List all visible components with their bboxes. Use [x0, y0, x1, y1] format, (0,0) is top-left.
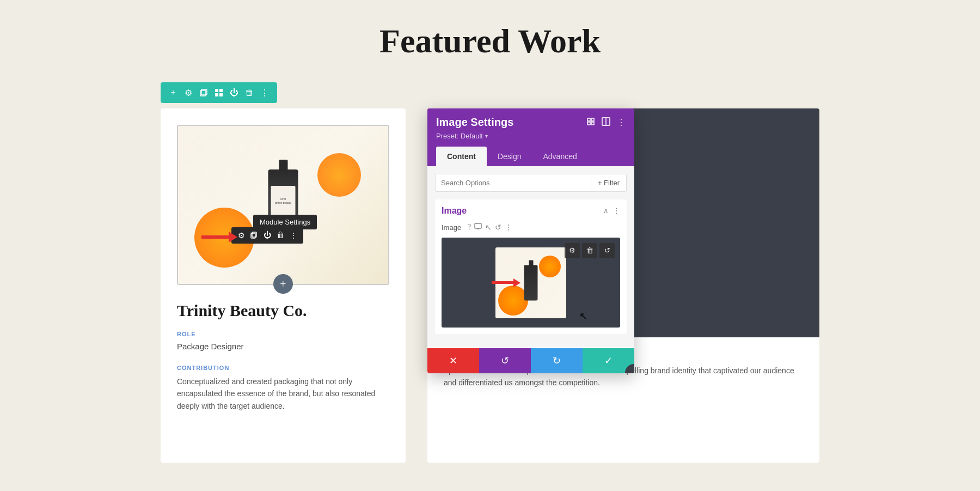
image-settings-panel: Image Settings ⋮ Preset: Default	[427, 108, 634, 373]
image-section-title: Image	[442, 206, 467, 216]
redo-button[interactable]: ↻	[531, 348, 583, 373]
image-row-icons: ? ↖ ↺ ⋮	[468, 222, 512, 232]
role-value: Package Designer	[177, 342, 389, 351]
preview-arrow-shaft	[492, 281, 513, 284]
help-icon[interactable]: ?	[468, 223, 471, 232]
split-icon[interactable]	[602, 117, 610, 128]
settings-body: + Filter Image ∧ ⋮ Imag	[427, 166, 634, 347]
cursor: ↖	[579, 310, 587, 322]
image-container: DIVIprime beauty +	[177, 125, 389, 285]
svg-rect-14	[475, 223, 481, 228]
module-duplicate-icon[interactable]	[249, 230, 260, 241]
module-toolbar-top: + ⚙ ⏻ 🗑 ⋮	[161, 82, 277, 103]
module-toolbar-overlay: ⚙ ⏻ 🗑 ⋮	[231, 227, 303, 244]
module-power-icon[interactable]: ⏻	[262, 230, 273, 241]
settings-title: Image Settings	[436, 116, 513, 129]
preview-settings-btn[interactable]: ⚙	[565, 243, 580, 258]
product-image: DIVIprime beauty	[178, 126, 388, 284]
add-icon[interactable]: +	[167, 87, 179, 99]
preview-trash-btn[interactable]: 🗑	[582, 243, 597, 258]
contribution-label: CONTRIBUTION	[177, 365, 389, 371]
settings-tabs: Content Design Advanced	[436, 147, 626, 166]
tab-content[interactable]: Content	[436, 147, 487, 166]
tab-advanced[interactable]: Advanced	[532, 147, 587, 166]
contribution-text: Conceptualized and created packaging tha…	[177, 375, 389, 412]
cursor-icon[interactable]: ↖	[485, 223, 492, 232]
cancel-button[interactable]: ✕	[427, 348, 479, 373]
panel-more-icon[interactable]: ⋮	[617, 117, 626, 128]
svg-rect-8	[587, 118, 590, 121]
orange-slice-right	[317, 153, 361, 197]
company-name: Trinity Beauty Co.	[177, 301, 389, 320]
image-row: Image ? ↖ ↺ ⋮	[442, 222, 620, 232]
collapse-icon[interactable]: ∧	[603, 207, 609, 215]
arrow-head	[229, 232, 237, 243]
module-settings-icon[interactable]: ⚙	[236, 230, 247, 241]
undo-button[interactable]: ↺	[479, 348, 531, 373]
settings-icon[interactable]: ⚙	[182, 87, 194, 99]
image-preview-area: ⚙ 🗑 ↺ ↖	[442, 238, 620, 328]
cards-area: DIVIprime beauty + Module Settings ⚙ ⏻ 🗑…	[0, 108, 980, 463]
svg-rect-4	[215, 93, 218, 96]
filter-button[interactable]: + Filter	[591, 174, 626, 191]
fullscreen-icon[interactable]	[586, 117, 595, 128]
preview-orange-2	[539, 256, 561, 277]
image-more-icon[interactable]: ⋮	[505, 223, 512, 232]
right-area: CONTRIBUTION Spearheaded the development…	[427, 108, 819, 463]
duplicate-icon[interactable]	[198, 87, 210, 99]
svg-rect-5	[219, 93, 223, 96]
search-options-bar: + Filter	[435, 174, 627, 192]
settings-header: Image Settings ⋮ Preset: Default	[427, 108, 634, 166]
preview-toolbar: ⚙ 🗑 ↺	[565, 243, 615, 258]
bottle-label: DIVIprime beauty	[271, 186, 296, 216]
role-label: ROLE	[177, 331, 389, 337]
power-icon[interactable]: ⏻	[228, 87, 240, 99]
preview-undo-btn[interactable]: ↺	[599, 243, 615, 258]
svg-rect-11	[591, 122, 594, 125]
svg-rect-2	[215, 89, 218, 92]
image-section: Image ∧ ⋮ Image ?	[435, 199, 627, 334]
section-more-icon[interactable]: ⋮	[613, 207, 620, 215]
image-section-header: Image ∧ ⋮	[442, 206, 620, 216]
module-more-icon[interactable]: ⋮	[288, 230, 299, 241]
action-buttons: ✕ ↺ ↻ ✓	[427, 348, 634, 373]
trash-icon[interactable]: 🗑	[243, 87, 255, 99]
page-container: Featured Work + ⚙ ⏻ 🗑 ⋮ DIVIprim	[0, 0, 980, 484]
arrow-shaft	[201, 235, 229, 239]
svg-rect-9	[591, 118, 594, 121]
reset-icon[interactable]: ↺	[495, 223, 501, 232]
more-icon[interactable]: ⋮	[259, 87, 271, 99]
settings-header-top: Image Settings ⋮	[436, 116, 626, 129]
image-row-label: Image	[442, 223, 463, 232]
tab-design[interactable]: Design	[487, 147, 532, 166]
add-image-button[interactable]: +	[273, 274, 293, 294]
module-trash-icon[interactable]: 🗑	[275, 230, 286, 241]
settings-header-icons: ⋮	[586, 117, 626, 128]
preview-bottle	[524, 265, 538, 300]
red-arrow-left	[201, 232, 237, 243]
grid-icon[interactable]	[213, 87, 225, 99]
bottle-label-text: DIVIprime beauty	[275, 197, 291, 204]
search-options-input[interactable]	[436, 174, 591, 191]
left-card: DIVIprime beauty + Module Settings ⚙ ⏻ 🗑…	[161, 108, 406, 463]
settings-preset: Preset: Default ▾	[436, 132, 626, 140]
image-section-controls: ∧ ⋮	[603, 207, 620, 215]
preview-arrow-head	[513, 278, 520, 287]
svg-rect-10	[587, 122, 590, 125]
page-title: Featured Work	[0, 11, 980, 82]
red-arrow-preview	[492, 278, 520, 287]
svg-rect-3	[219, 89, 223, 92]
device-icon[interactable]	[474, 222, 482, 232]
